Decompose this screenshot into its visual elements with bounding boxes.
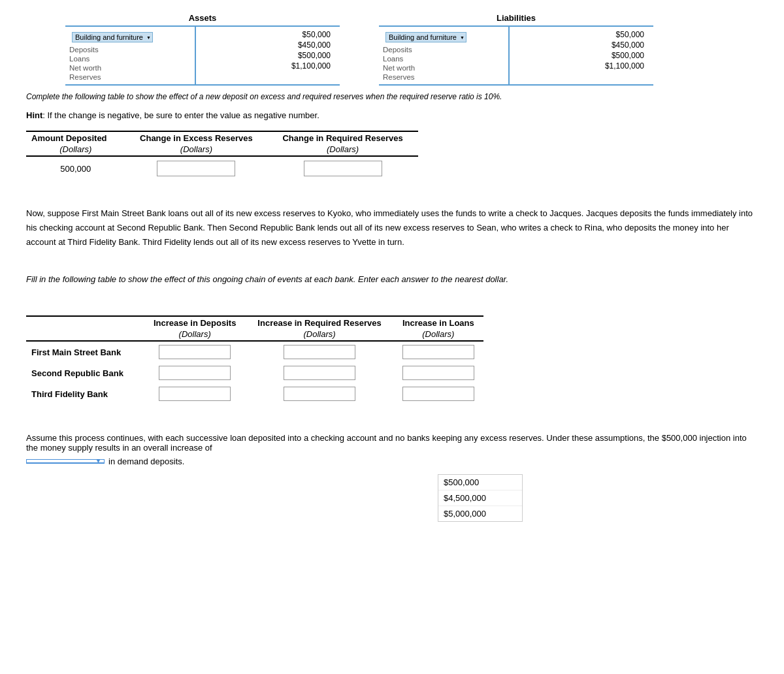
banks-col2-sub: (Dollars) (144, 329, 246, 341)
banks-col1-sub (26, 329, 144, 341)
bank-deposits-input-2[interactable] (159, 387, 231, 401)
excess-reserves-input-cell (125, 156, 268, 180)
banks-col3-sub: (Dollars) (246, 329, 393, 341)
assets-networth-label: Net worth (65, 63, 195, 72)
excess-reserves-input[interactable] (157, 161, 235, 176)
liabilities-t-account: Liabilities Building and furniture Depos… (379, 13, 653, 86)
banks-col3-header: Increase in Required Reserves (246, 316, 393, 329)
assets-val-2: $500,000 (294, 50, 335, 61)
assets-deposits-label: Deposits (65, 45, 195, 54)
liabilities-val-1: $450,000 (608, 40, 648, 50)
assets-header: Assets (65, 13, 340, 23)
table-row: Third Fidelity Bank (26, 383, 483, 404)
demand-dropdown[interactable] (26, 459, 105, 464)
liabilities-val-2: $500,000 (608, 50, 648, 61)
liabilities-right-col: $50,000 $450,000 $500,000 $1,100,000 (510, 27, 653, 84)
dropdown-options-box: $500,000$4,500,000$5,000,000 (438, 474, 758, 522)
liabilities-networth-label: Net worth (379, 63, 508, 72)
bank-name-0: First Main Street Bank (26, 341, 144, 362)
assets-val-1: $450,000 (294, 40, 335, 50)
table-row: Second Republic Bank (26, 362, 483, 383)
caption: Complete the following table to show the… (26, 92, 758, 101)
liabilities-deposits-label: Deposits (379, 45, 508, 54)
bank-required-input-cell-0 (246, 341, 393, 362)
banks-col2-header: Increase in Deposits (144, 316, 246, 329)
banks-table: Increase in Deposits Increase in Require… (26, 315, 483, 404)
bank-deposits-input-cell-0 (144, 341, 246, 362)
bank-loans-input-cell-0 (393, 341, 483, 362)
assets-t-account: Assets Building and furniture Deposits L… (65, 13, 340, 86)
liabilities-dropdown[interactable]: Building and furniture (385, 32, 466, 42)
bank-name-2: Third Fidelity Bank (26, 383, 144, 404)
bank-deposits-input-0[interactable] (159, 345, 231, 359)
assets-dropdown[interactable]: Building and furniture (72, 32, 153, 42)
hint-text: : If the change is negative, be sure to … (42, 110, 319, 120)
liabilities-val-3: $1,100,000 (601, 61, 648, 71)
bank-required-input-0[interactable] (284, 345, 355, 359)
bank-required-input-cell-1 (246, 362, 393, 383)
banks-table-container: Increase in Deposits Increase in Require… (26, 315, 483, 404)
italic-paragraph: Fill in the following table to show the … (26, 273, 758, 287)
bank-loans-input-1[interactable] (402, 366, 474, 380)
banks-col1-header (26, 316, 144, 329)
bank-loans-input-cell-1 (393, 362, 483, 383)
col2-header: Change in Excess Reserves (125, 131, 268, 144)
required-reserves-input[interactable] (304, 161, 382, 176)
dropdown-option-0[interactable]: $500,000 (438, 475, 522, 490)
table-row: First Main Street Bank (26, 341, 483, 362)
col2-sub: (Dollars) (125, 144, 268, 156)
hint-paragraph: Hint: If the change is negative, be sure… (26, 110, 758, 120)
bank-loans-input-2[interactable] (402, 387, 474, 401)
narrative-paragraph: Now, suppose First Main Street Bank loan… (26, 206, 758, 249)
col1-header: Amount Deposited (26, 131, 125, 144)
amount-deposited-value: 500,000 (26, 156, 125, 180)
bank-required-input-1[interactable] (284, 366, 355, 380)
demand-text2: in demand deposits. (108, 457, 184, 466)
banks-col4-sub: (Dollars) (393, 329, 483, 341)
liabilities-loans-label: Loans (379, 54, 508, 63)
assets-left-col: Building and furniture Deposits Loans Ne… (65, 27, 196, 84)
liabilities-reserves-label: Reserves (379, 72, 508, 82)
dropdown-options-list: $500,000$4,500,000$5,000,000 (438, 474, 523, 522)
deposit-table: Amount Deposited Change in Excess Reserv… (26, 131, 418, 180)
bank-deposits-input-cell-1 (144, 362, 246, 383)
required-reserves-input-cell (267, 156, 418, 180)
t-accounts-section: Assets Building and furniture Deposits L… (26, 13, 758, 86)
demand-deposits-row: Assume this process continues, with each… (26, 433, 758, 466)
table1-container: Amount Deposited Change in Excess Reserv… (26, 131, 418, 180)
banks-col4-header: Increase in Loans (393, 316, 483, 329)
assets-reserves-label: Reserves (65, 72, 195, 82)
liabilities-header: Liabilities (379, 13, 653, 23)
col3-sub: (Dollars) (267, 144, 418, 156)
bank-deposits-input-cell-2 (144, 383, 246, 404)
assets-right-col: $50,000 $450,000 $500,000 $1,100,000 (196, 27, 340, 84)
liabilities-val-0: $50,000 (612, 29, 648, 40)
demand-text1: Assume this process continues, with each… (26, 433, 758, 453)
hint-bold: Hint (26, 110, 42, 120)
liabilities-left-col: Building and furniture Deposits Loans Ne… (379, 27, 510, 84)
dropdown-option-1[interactable]: $4,500,000 (438, 490, 522, 506)
bank-loans-input-0[interactable] (402, 345, 474, 359)
col3-header: Change in Required Reserves (267, 131, 418, 144)
bank-name-1: Second Republic Bank (26, 362, 144, 383)
assets-loans-label: Loans (65, 54, 195, 63)
bank-loans-input-cell-2 (393, 383, 483, 404)
dropdown-option-2[interactable]: $5,000,000 (438, 506, 522, 521)
bank-deposits-input-1[interactable] (159, 366, 231, 380)
assets-val-3: $1,100,000 (287, 61, 335, 71)
col1-sub: (Dollars) (26, 144, 125, 156)
assets-val-0: $50,000 (299, 29, 335, 40)
bank-required-input-2[interactable] (284, 387, 355, 401)
bank-required-input-cell-2 (246, 383, 393, 404)
